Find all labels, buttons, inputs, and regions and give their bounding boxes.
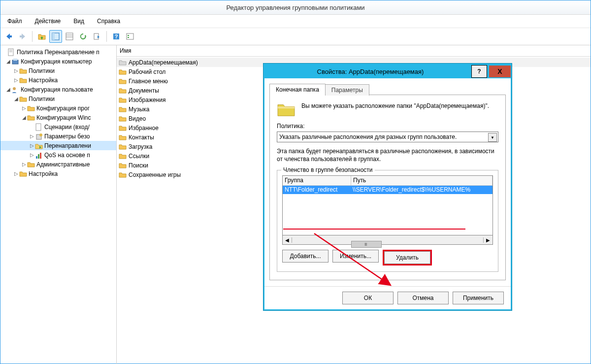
svg-rect-22: [40, 153, 41, 159]
list-item-label: Ссылки: [129, 153, 149, 160]
tree-item-label: Конфигурация компьютер: [21, 58, 92, 65]
help-icon[interactable]: ?: [110, 30, 123, 43]
list-item-label: Музыка: [129, 106, 149, 113]
tree-item[interactable]: ▷QoS на основе п: [0, 150, 116, 160]
toolbar-separator: [32, 31, 33, 42]
tree-item-label: Конфигурация пользовате: [21, 86, 93, 93]
tree-item[interactable]: Сценарии (вход/: [0, 122, 116, 132]
tree-item[interactable]: ◢Конфигурация пользовате: [0, 85, 116, 94]
tree-item[interactable]: ▷Конфигурация прог: [0, 103, 116, 113]
folder-up-icon[interactable]: [35, 30, 48, 43]
list-item-label: Поиски: [129, 162, 148, 169]
menu-view[interactable]: Вид: [70, 17, 87, 26]
tree-item-label: Административные: [36, 161, 90, 168]
scroll-left-icon[interactable]: ◀: [283, 237, 292, 243]
svg-rect-14: [12, 60, 18, 64]
tab-settings[interactable]: Параметры: [325, 84, 369, 96]
list-item-label: Документы: [129, 87, 159, 94]
tab-strip: Конечная папка Параметры: [269, 83, 506, 95]
svg-point-19: [39, 133, 42, 136]
toolbar: ?: [0, 28, 591, 45]
svg-rect-9: [128, 35, 129, 36]
list-item-label: Избранное: [129, 125, 159, 132]
tree-item-label: Конфигурация прог: [36, 105, 90, 112]
refresh-icon[interactable]: [77, 30, 90, 43]
details-icon[interactable]: [63, 30, 76, 43]
tree-item-selected[interactable]: ▷Перенаправлени: [0, 141, 116, 150]
tree-item[interactable]: ▷Административные: [0, 160, 116, 169]
list-header-name[interactable]: Имя: [117, 45, 591, 57]
group-table[interactable]: Группа Путь NTT\Folder_redirect \\SERVER…: [282, 175, 493, 235]
tree-item[interactable]: ▷Настройка: [0, 75, 116, 85]
svg-rect-8: [127, 33, 133, 39]
apply-button[interactable]: Применить: [453, 292, 504, 304]
svg-rect-15: [13, 59, 17, 61]
tree-item[interactable]: ◢Политики: [0, 94, 116, 103]
tree-item-label: QoS на основе п: [44, 152, 90, 159]
tree-item[interactable]: ◢Конфигурация компьютер: [0, 57, 116, 66]
menu-help[interactable]: Справка: [94, 17, 123, 26]
help-button[interactable]: ?: [471, 65, 487, 78]
policy-value: Указать различные расположения для разны…: [279, 133, 457, 140]
dropdown-arrow-icon: ▼: [488, 133, 497, 142]
policy-label: Политика:: [277, 123, 498, 130]
edit-button[interactable]: Изменить...: [332, 250, 379, 263]
add-button[interactable]: Добавить...: [282, 250, 328, 263]
policy-description: Эта папка будет перенаправляться в разли…: [277, 147, 498, 163]
tree-item[interactable]: ▷Политики: [0, 66, 116, 75]
tree-item-label: Конфигурация Winc: [36, 114, 91, 121]
svg-rect-17: [36, 124, 41, 131]
window-title: Редактор управления групповыми политикам…: [0, 0, 591, 15]
back-icon[interactable]: [2, 30, 15, 43]
export-icon[interactable]: [91, 30, 103, 43]
svg-rect-10: [128, 37, 129, 38]
cell-group: NTT\Folder_redirect: [283, 186, 351, 194]
table-header: Группа Путь: [283, 176, 492, 186]
svg-rect-2: [66, 33, 73, 40]
close-button[interactable]: X: [489, 66, 511, 77]
folder-icon: [119, 124, 127, 132]
tab-target[interactable]: Конечная папка: [269, 84, 326, 95]
tree-root[interactable]: Политика Перенаправление п: [0, 47, 116, 57]
horizontal-scrollbar[interactable]: ◀ Ⅲ ▶: [282, 235, 493, 245]
tree-item[interactable]: ▷Настройка: [0, 169, 116, 178]
tree-item-label: Перенаправлени: [44, 142, 91, 149]
tree-item[interactable]: ▷Параметры безо: [0, 132, 116, 141]
folder-icon: [119, 133, 127, 141]
tree-item-label: Параметры безо: [44, 133, 90, 140]
ok-button[interactable]: ОК: [342, 292, 394, 304]
list-item-label: Контакты: [129, 134, 154, 141]
folder-icon: [119, 77, 127, 85]
tree-item-label: Политики: [29, 67, 55, 74]
cancel-button[interactable]: Отмена: [397, 292, 449, 304]
svg-rect-11: [8, 49, 13, 56]
cell-path: \\SERVER\Folder_redirect$\%USERNAME%: [351, 186, 492, 194]
info-text: Вы можете указать расположение папки "Ap…: [301, 102, 489, 110]
folder-icon: [119, 162, 127, 169]
tree-view[interactable]: Политика Перенаправление п ◢Конфигурация…: [0, 45, 117, 364]
properties-dialog: Свойства: AppData(перемещаемая) ? X Коне…: [263, 64, 512, 310]
folder-icon: [119, 171, 127, 179]
folder-icon: [119, 115, 127, 123]
col-path[interactable]: Путь: [351, 176, 492, 185]
menu-action[interactable]: Действие: [32, 17, 64, 26]
delete-button[interactable]: Удалить: [384, 251, 430, 264]
menu-file[interactable]: Файл: [4, 17, 25, 26]
tree-item-label: Настройка: [29, 170, 58, 177]
col-group[interactable]: Группа: [283, 176, 351, 185]
tree-item[interactable]: ◢Конфигурация Winc: [0, 113, 116, 122]
policy-select[interactable]: Указать различные расположения для разны…: [277, 132, 498, 142]
filter-icon[interactable]: [124, 30, 136, 43]
main-window: Редактор управления групповыми политикам…: [0, 0, 591, 364]
annotation-underline: [283, 229, 465, 230]
table-row[interactable]: NTT\Folder_redirect \\SERVER\Folder_redi…: [283, 186, 492, 194]
forward-icon[interactable]: [16, 30, 29, 43]
folder-icon: [119, 87, 127, 95]
folder-icon: [119, 152, 127, 160]
tree-item-label: Политики: [29, 96, 55, 102]
show-tree-icon[interactable]: [49, 30, 62, 43]
scroll-right-icon[interactable]: ▶: [483, 237, 492, 243]
scroll-thumb[interactable]: Ⅲ: [351, 241, 382, 248]
list-item-label: AppData(перемещаемая): [129, 59, 198, 66]
tree-item-label: Сценарии (вход/: [44, 124, 90, 131]
